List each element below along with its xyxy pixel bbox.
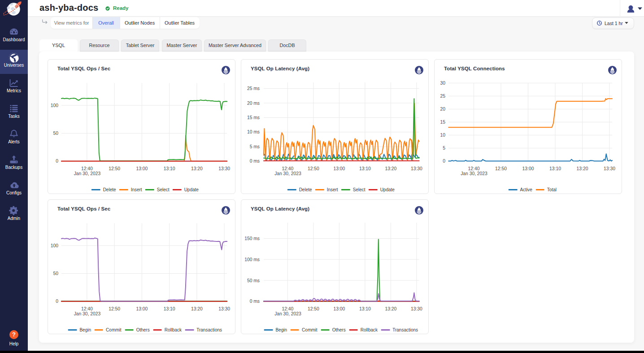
svg-text:13:30: 13:30 (604, 166, 615, 171)
svg-text:Jan 30, 2023: Jan 30, 2023 (461, 171, 487, 176)
svg-text:13:30: 13:30 (411, 306, 422, 311)
svg-text:0: 0 (56, 299, 58, 304)
svg-text:10 ms: 10 ms (247, 129, 259, 134)
svg-text:50 ms: 50 ms (247, 278, 259, 283)
svg-text:12:40: 12:40 (81, 166, 93, 171)
svg-text:Jan 30, 2023: Jan 30, 2023 (74, 171, 100, 176)
svg-text:12:40: 12:40 (468, 166, 479, 171)
svg-text:12:50: 12:50 (109, 166, 120, 171)
svg-text:13:00: 13:00 (136, 306, 148, 311)
svg-text:15 ms: 15 ms (247, 115, 259, 120)
svg-text:12:40: 12:40 (282, 306, 293, 311)
svg-text:50: 50 (53, 131, 58, 136)
svg-text:13:20: 13:20 (191, 166, 203, 171)
svg-text:15: 15 (440, 120, 445, 125)
svg-text:Jan 30, 2023: Jan 30, 2023 (274, 311, 301, 316)
svg-text:50: 50 (53, 271, 58, 276)
svg-text:12:40: 12:40 (282, 166, 293, 171)
svg-text:20: 20 (440, 107, 445, 112)
svg-text:13:30: 13:30 (218, 166, 230, 171)
svg-text:0 ms: 0 ms (249, 299, 259, 304)
svg-text:Jan 30, 2023: Jan 30, 2023 (74, 311, 100, 316)
svg-text:Jan 30, 2023: Jan 30, 2023 (274, 171, 301, 176)
svg-text:12:50: 12:50 (308, 166, 319, 171)
svg-text:12:50: 12:50 (109, 306, 120, 311)
svg-text:5 ms: 5 ms (249, 144, 259, 149)
svg-text:13:10: 13:10 (163, 306, 175, 311)
svg-text:0: 0 (56, 159, 58, 164)
svg-text:25 ms: 25 ms (247, 86, 259, 91)
svg-text:13:20: 13:20 (191, 306, 203, 311)
svg-text:13:30: 13:30 (411, 166, 422, 171)
svg-text:5: 5 (443, 146, 445, 151)
svg-text:30: 30 (440, 80, 445, 85)
svg-text:100: 100 (50, 103, 58, 108)
svg-text:13:10: 13:10 (163, 166, 175, 171)
svg-text:100: 100 (50, 243, 58, 248)
svg-text:13:10: 13:10 (359, 166, 371, 171)
svg-text:13:20: 13:20 (385, 166, 396, 171)
svg-text:0: 0 (443, 159, 445, 164)
svg-text:12:50: 12:50 (308, 306, 319, 311)
svg-text:13:10: 13:10 (549, 166, 561, 171)
svg-text:13:20: 13:20 (385, 306, 396, 311)
svg-text:13:00: 13:00 (333, 306, 345, 311)
svg-text:150 ms: 150 ms (244, 236, 260, 241)
svg-text:10: 10 (440, 133, 445, 138)
svg-text:13:10: 13:10 (359, 306, 371, 311)
svg-text:0 ms: 0 ms (249, 159, 259, 164)
svg-text:13:00: 13:00 (522, 166, 534, 171)
svg-text:100 ms: 100 ms (244, 257, 260, 262)
svg-text:12:50: 12:50 (495, 166, 507, 171)
svg-text:13:00: 13:00 (136, 166, 148, 171)
svg-text:25: 25 (440, 93, 445, 98)
svg-text:20 ms: 20 ms (247, 100, 259, 105)
svg-text:12:40: 12:40 (81, 306, 93, 311)
svg-text:13:20: 13:20 (576, 166, 588, 171)
svg-text:13:00: 13:00 (333, 166, 345, 171)
svg-text:13:30: 13:30 (218, 306, 230, 311)
